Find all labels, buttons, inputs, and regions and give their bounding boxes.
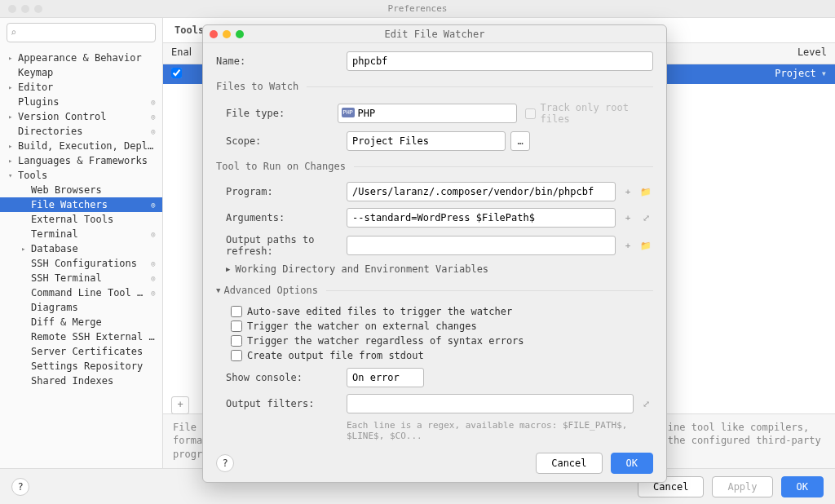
working-dir-toggle[interactable]: Working Directory and Environment Variab…	[235, 263, 488, 275]
sidebar-item[interactable]: Web Browsers	[0, 183, 162, 197]
scope-browse-button[interactable]: …	[510, 131, 530, 151]
scope-select[interactable]: Project Files	[347, 131, 506, 151]
chevron-right-icon[interactable]: ▶	[226, 265, 230, 273]
files-section-title: Files to Watch	[216, 81, 653, 94]
sidebar-item[interactable]: ▸Editor	[0, 80, 162, 95]
sidebar-item[interactable]: Server Certificates	[0, 344, 162, 359]
folder-icon[interactable]: 📁	[638, 184, 653, 199]
sidebar-item[interactable]: SSH Configurations⊚	[0, 256, 162, 271]
plus-icon[interactable]: +	[621, 184, 635, 199]
expand-icon[interactable]: ⤢	[638, 396, 653, 411]
modal-close-icon[interactable]	[210, 30, 218, 38]
folder-icon[interactable]: 📁	[638, 238, 653, 253]
help-button[interactable]: ?	[11, 478, 29, 496]
sidebar-item[interactable]: Directories⊚	[0, 124, 162, 139]
chevron-right-icon: ▸	[21, 245, 31, 253]
syntax-check[interactable]: Trigger the watcher regardless of syntax…	[231, 335, 653, 347]
add-button[interactable]: +	[171, 396, 189, 414]
sidebar-item-label: Diff & Merge	[31, 316, 156, 328]
expand-icon[interactable]: ⤢	[638, 210, 653, 225]
ok-button[interactable]: OK	[781, 476, 824, 497]
modal-cancel-button[interactable]: Cancel	[536, 453, 602, 474]
sidebar-item[interactable]: ▸Build, Execution, Deployment	[0, 139, 162, 153]
gear-icon: ⊚	[151, 127, 156, 136]
sidebar-item[interactable]: Shared Indexes	[0, 374, 162, 388]
console-select[interactable]: On error	[347, 368, 424, 387]
modal-titlebar: Edit File Watcher	[203, 25, 666, 43]
name-input[interactable]	[347, 51, 653, 71]
modal-help-button[interactable]: ?	[216, 454, 234, 472]
filters-hint: Each line is a regex, available macros: …	[347, 420, 653, 441]
chevron-down-icon: ▾	[8, 171, 18, 179]
modal-title: Edit File Watcher	[385, 29, 485, 40]
track-root-check[interactable]: Track only root files	[525, 102, 653, 125]
sidebar-item[interactable]: File Watchers⊚	[0, 197, 162, 212]
file-type-label: File type:	[216, 108, 338, 119]
sidebar-item-label: Command Line Tool Support	[31, 287, 148, 298]
sidebar-item[interactable]: Diagrams	[0, 300, 162, 315]
external-check[interactable]: Trigger the watcher on external changes	[231, 321, 653, 332]
sidebar-item-label: Appearance & Behavior	[18, 52, 156, 64]
tool-section-title: Tool to Run on Changes	[216, 161, 653, 174]
sidebar-item[interactable]: ▾Tools	[0, 168, 162, 183]
sidebar-item-label: File Watchers	[31, 199, 148, 210]
sidebar-item[interactable]: Remote SSH External Tools	[0, 329, 162, 344]
search-input[interactable]	[7, 23, 156, 42]
sidebar-item-label: SSH Terminal	[31, 272, 148, 284]
sidebar-item[interactable]: ▸Database	[0, 241, 162, 256]
sidebar-item-label: Version Control	[18, 111, 148, 122]
close-light[interactable]	[8, 5, 16, 13]
gear-icon: ⊚	[151, 201, 156, 210]
max-light[interactable]	[34, 5, 42, 13]
modal-ok-button[interactable]: OK	[611, 453, 653, 474]
sidebar-item[interactable]: ▸Languages & Frameworks	[0, 153, 162, 168]
stdout-check[interactable]: Create output file from stdout	[231, 350, 653, 361]
col-enabled: Enabled	[171, 46, 204, 60]
search-container: ⌕	[7, 23, 156, 42]
sidebar-item-label: External Tools	[31, 214, 156, 225]
php-icon: PHP	[342, 108, 355, 117]
gear-icon: ⊚	[151, 274, 156, 283]
gear-icon: ⊚	[151, 259, 156, 268]
chevron-right-icon: ▸	[8, 157, 18, 165]
output-input[interactable]	[347, 236, 616, 255]
plus-icon[interactable]: +	[621, 210, 635, 225]
sidebar-item[interactable]: ▸Version Control⊚	[0, 109, 162, 124]
modal-min-icon[interactable]	[223, 30, 231, 38]
chevron-right-icon: ▸	[8, 83, 18, 91]
traffic-lights	[8, 5, 42, 13]
modal-max-icon[interactable]	[236, 30, 244, 38]
sidebar-item-label: Diagrams	[31, 302, 156, 313]
sidebar-item[interactable]: Terminal⊚	[0, 227, 162, 241]
sidebar: ⌕ ▸Appearance & BehaviorKeymap▸EditorPlu…	[0, 18, 163, 468]
sidebar-item[interactable]: Command Line Tool Support⊚	[0, 285, 162, 300]
advanced-section-title[interactable]: ▼Advanced Options	[216, 285, 653, 298]
settings-tree: ▸Appearance & BehaviorKeymap▸EditorPlugi…	[0, 47, 162, 468]
plus-icon[interactable]: +	[621, 238, 635, 253]
min-light[interactable]	[21, 5, 29, 13]
sidebar-item-label: Server Certificates	[31, 346, 156, 357]
sidebar-item[interactable]: ▸Appearance & Behavior	[0, 51, 162, 65]
sidebar-item[interactable]: Plugins⊚	[0, 95, 162, 109]
sidebar-item[interactable]: Diff & Merge	[0, 315, 162, 329]
arguments-input[interactable]	[347, 208, 616, 228]
console-label: Show console:	[216, 372, 347, 383]
row-enabled-check[interactable]	[171, 68, 182, 78]
sidebar-item-label: SSH Configurations	[31, 258, 148, 269]
sidebar-item[interactable]: Settings Repository	[0, 359, 162, 374]
sidebar-item-label: Settings Repository	[31, 360, 156, 372]
edit-file-watcher-modal: Edit File Watcher Name: Files to Watch F…	[202, 24, 667, 483]
filters-input[interactable]	[347, 394, 634, 413]
chevron-down-icon[interactable]: ▾	[821, 68, 827, 81]
sidebar-item[interactable]: Keymap	[0, 65, 162, 80]
gear-icon: ⊚	[151, 98, 156, 107]
program-input[interactable]	[347, 182, 616, 201]
sidebar-item[interactable]: External Tools	[0, 212, 162, 227]
autosave-check[interactable]: Auto-save edited files to trigger the wa…	[231, 306, 653, 317]
program-label: Program:	[216, 186, 347, 197]
col-level: Level	[797, 46, 827, 60]
gear-icon: ⊚	[151, 230, 156, 239]
output-label: Output paths to refresh:	[216, 234, 347, 257]
sidebar-item[interactable]: SSH Terminal⊚	[0, 271, 162, 285]
file-type-select[interactable]: PHP	[338, 104, 517, 123]
